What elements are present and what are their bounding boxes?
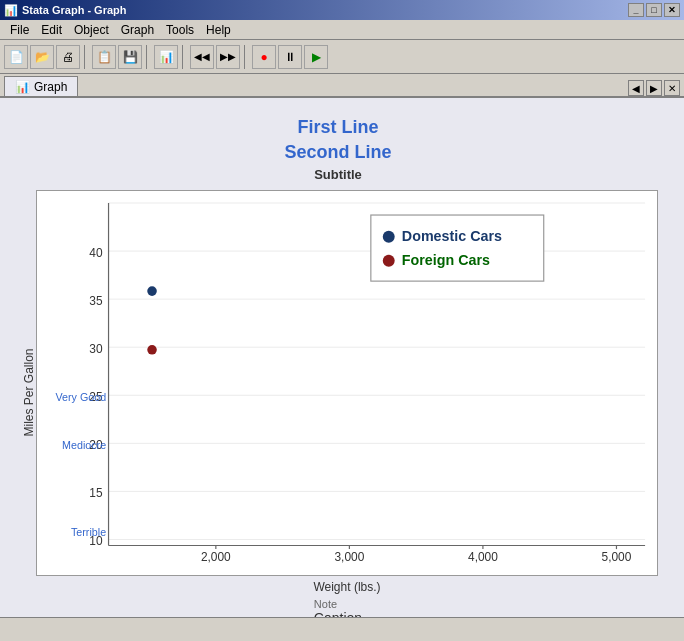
menu-object[interactable]: Object [68, 21, 115, 39]
tab-label: Graph [34, 80, 67, 94]
svg-point-33 [147, 286, 157, 296]
scatter-plot: 10 15 20 25 30 35 40 Very Good Mediocre … [37, 191, 657, 576]
y-axis-label: Miles Per Gallon [18, 190, 36, 595]
toolbar-copy[interactable]: 📋 [92, 45, 116, 69]
graph-subtitle: Subtitle [314, 167, 362, 182]
menu-bar: File Edit Object Graph Tools Help [0, 20, 684, 40]
svg-point-29 [383, 230, 395, 242]
toolbar-chart[interactable]: 📊 [154, 45, 178, 69]
menu-file[interactable]: File [4, 21, 35, 39]
toolbar-new[interactable]: 📄 [4, 45, 28, 69]
graph-title-line1: First Line [297, 116, 378, 139]
svg-text:Very Good: Very Good [55, 391, 106, 403]
svg-rect-28 [371, 215, 544, 281]
maximize-button[interactable]: □ [646, 3, 662, 17]
plot-wrapper: 10 15 20 25 30 35 40 Very Good Mediocre … [36, 190, 658, 595]
tab-navigation: ◀ ▶ ✕ [628, 80, 680, 96]
graph-area: Miles Per Gallon [18, 190, 658, 595]
tab-nav-right[interactable]: ▶ [646, 80, 662, 96]
graph-title-line2: Second Line [284, 141, 391, 164]
toolbar-record[interactable]: ● [252, 45, 276, 69]
minimize-button[interactable]: _ [628, 3, 644, 17]
svg-text:30: 30 [89, 342, 103, 356]
plot-area: 10 15 20 25 30 35 40 Very Good Mediocre … [36, 190, 658, 577]
toolbar-sep4 [244, 45, 248, 69]
toolbar-sep3 [182, 45, 186, 69]
svg-point-34 [147, 345, 157, 355]
svg-point-31 [383, 254, 395, 266]
svg-text:Mediocre: Mediocre [62, 439, 106, 451]
svg-text:Domestic Cars: Domestic Cars [402, 228, 502, 244]
tab-icon: 📊 [15, 80, 30, 94]
status-bar [0, 617, 684, 641]
toolbar-open[interactable]: 📂 [30, 45, 54, 69]
window-icon: 📊 [4, 4, 18, 17]
close-button[interactable]: ✕ [664, 3, 680, 17]
toolbar-play[interactable]: ▶ [304, 45, 328, 69]
menu-help[interactable]: Help [200, 21, 237, 39]
toolbar-back[interactable]: ◀◀ [190, 45, 214, 69]
svg-text:Terrible: Terrible [71, 526, 106, 538]
title-bar: 📊 Stata Graph - Graph _ □ ✕ [0, 0, 684, 20]
toolbar-fwd[interactable]: ▶▶ [216, 45, 240, 69]
graph-container: First Line Second Line Subtitle Miles Pe… [10, 108, 674, 638]
tab-area: 📊 Graph ◀ ▶ ✕ [0, 74, 684, 98]
x-axis-label: Weight (lbs.) [36, 580, 658, 594]
tab-close[interactable]: ✕ [664, 80, 680, 96]
svg-text:35: 35 [89, 294, 103, 308]
note-text: Note [314, 598, 362, 610]
menu-tools[interactable]: Tools [160, 21, 200, 39]
svg-text:40: 40 [89, 246, 103, 260]
svg-text:Foreign Cars: Foreign Cars [402, 252, 490, 268]
tab-graph[interactable]: 📊 Graph [4, 76, 78, 96]
toolbar-pause[interactable]: ⏸ [278, 45, 302, 69]
svg-text:5,000: 5,000 [602, 550, 632, 564]
tab-nav-left[interactable]: ◀ [628, 80, 644, 96]
menu-graph[interactable]: Graph [115, 21, 160, 39]
svg-text:15: 15 [89, 486, 103, 500]
toolbar-sep2 [146, 45, 150, 69]
toolbar-save[interactable]: 💾 [118, 45, 142, 69]
menu-edit[interactable]: Edit [35, 21, 68, 39]
svg-text:2,000: 2,000 [201, 550, 231, 564]
toolbar-sep1 [84, 45, 88, 69]
main-content: First Line Second Line Subtitle Miles Pe… [0, 98, 684, 617]
window-title: Stata Graph - Graph [22, 4, 127, 16]
toolbar-print[interactable]: 🖨 [56, 45, 80, 69]
svg-text:4,000: 4,000 [468, 550, 498, 564]
toolbar: 📄 📂 🖨 📋 💾 📊 ◀◀ ▶▶ ● ⏸ ▶ [0, 40, 684, 74]
svg-text:3,000: 3,000 [334, 550, 364, 564]
